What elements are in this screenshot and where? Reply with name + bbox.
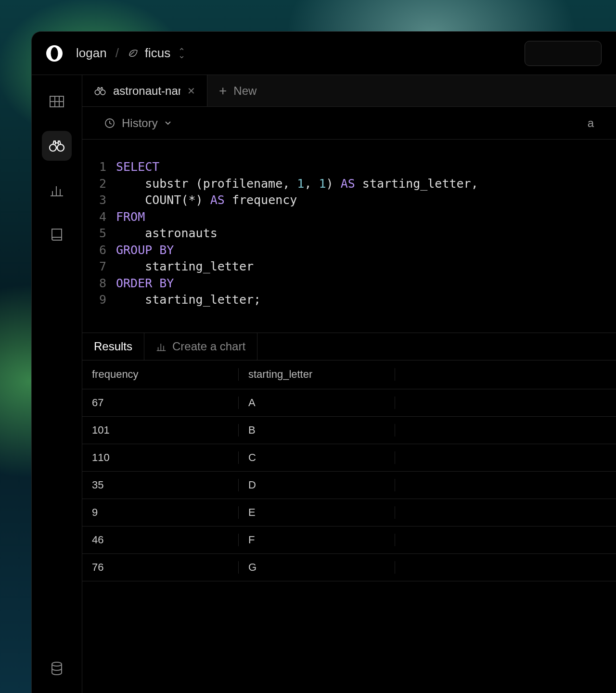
plus-icon: +	[219, 83, 227, 99]
column-header[interactable]: frequency	[82, 368, 239, 381]
binoculars-icon	[94, 86, 106, 96]
sidebar-tables[interactable]	[42, 87, 72, 116]
tab-active[interactable]: astronaut-namin ✕	[82, 75, 207, 106]
table-header-row: frequency starting_letter	[82, 360, 616, 389]
app-logo-icon[interactable]	[46, 45, 63, 62]
cell-frequency: 101	[82, 424, 239, 436]
results-tab-label: Create a chart	[172, 340, 245, 353]
table-row[interactable]: 101B	[82, 417, 616, 444]
cell-letter: F	[239, 534, 395, 546]
cell-frequency: 46	[82, 534, 239, 546]
results-tabs: Results Create a chart	[82, 333, 616, 360]
table-row[interactable]: 46F	[82, 526, 616, 554]
table-row[interactable]: 35D	[82, 472, 616, 499]
sidebar-charts[interactable]	[42, 175, 72, 205]
content-area: astronaut-namin ✕ + New History	[82, 75, 616, 693]
table-icon	[49, 95, 64, 108]
svg-point-13	[101, 90, 105, 94]
breadcrumb-project[interactable]: ficus ⌃⌄	[128, 46, 185, 61]
breadcrumb: logan / ficus ⌃⌄	[76, 46, 185, 61]
cell-frequency: 76	[82, 561, 239, 574]
line-number: 2	[82, 176, 106, 192]
titlebar: logan / ficus ⌃⌄	[32, 32, 616, 75]
app-window: logan / ficus ⌃⌄	[31, 31, 616, 693]
table-row[interactable]: 67A	[82, 389, 616, 417]
cell-letter: D	[239, 479, 395, 491]
history-bar: History a	[82, 107, 616, 140]
column-header[interactable]: starting_letter	[239, 368, 395, 381]
chevron-down-icon	[165, 121, 171, 126]
tabs-bar: astronaut-namin ✕ + New	[82, 75, 616, 107]
line-number: 7	[82, 258, 106, 275]
cell-frequency: 9	[82, 506, 239, 519]
binoculars-icon	[48, 139, 65, 153]
cell-letter: E	[239, 506, 395, 519]
line-number: 8	[82, 275, 106, 292]
results-table: frequency starting_letter 67A101B110C35D…	[82, 360, 616, 693]
cell-frequency: 67	[82, 397, 239, 409]
clock-icon	[104, 118, 115, 128]
cell-letter: B	[239, 424, 395, 436]
results-tab-results[interactable]: Results	[82, 333, 144, 360]
tab-new-label: New	[233, 84, 257, 98]
sidebar-explore[interactable]	[42, 131, 72, 161]
sidebar	[32, 75, 82, 693]
results-tab-chart[interactable]: Create a chart	[144, 333, 257, 360]
bar-chart-icon	[156, 342, 167, 351]
breadcrumb-user[interactable]: logan	[76, 46, 107, 61]
cell-letter: C	[239, 451, 395, 464]
line-gutter: 1 2 3 4 5 6 7 8 9	[82, 159, 116, 308]
svg-point-4	[50, 144, 56, 151]
table-row[interactable]: 76G	[82, 554, 616, 581]
cell-frequency: 35	[82, 479, 239, 491]
svg-point-11	[52, 662, 62, 666]
line-number: 5	[82, 225, 106, 242]
breadcrumb-separator: /	[116, 46, 119, 61]
code-body: SELECT substr (profilename, 1, 1) AS sta…	[116, 159, 478, 308]
svg-point-12	[95, 90, 100, 94]
history-label: History	[122, 116, 158, 130]
breadcrumb-project-label: ficus	[145, 46, 170, 61]
tab-label: astronaut-namin	[113, 84, 180, 98]
sidebar-docs[interactable]	[42, 219, 72, 249]
cell-frequency: 110	[82, 451, 239, 464]
book-icon	[50, 227, 64, 242]
database-icon	[51, 662, 63, 675]
sql-editor[interactable]: 1 2 3 4 5 6 7 8 9 SELECT substr (profile…	[82, 140, 616, 333]
sidebar-database[interactable]	[42, 654, 72, 683]
line-number: 1	[82, 159, 106, 176]
right-indicator: a	[588, 116, 594, 130]
cell-letter: A	[239, 397, 395, 409]
tab-new[interactable]: + New	[207, 75, 616, 106]
line-number: 6	[82, 242, 106, 259]
chevron-updown-icon[interactable]: ⌃⌄	[178, 50, 185, 57]
leaf-icon	[128, 49, 139, 58]
results-tab-label: Results	[94, 340, 132, 353]
table-row[interactable]: 110C	[82, 444, 616, 472]
main-area: astronaut-namin ✕ + New History	[32, 75, 616, 693]
cell-letter: G	[239, 561, 395, 574]
line-number: 3	[82, 192, 106, 209]
bar-chart-icon	[50, 183, 64, 197]
close-icon[interactable]: ✕	[187, 85, 195, 97]
line-number: 9	[82, 292, 106, 308]
svg-point-5	[57, 144, 64, 151]
line-number: 4	[82, 209, 106, 226]
search-input[interactable]	[525, 41, 602, 66]
table-row[interactable]: 9E	[82, 499, 616, 526]
history-dropdown[interactable]: History	[104, 116, 171, 130]
